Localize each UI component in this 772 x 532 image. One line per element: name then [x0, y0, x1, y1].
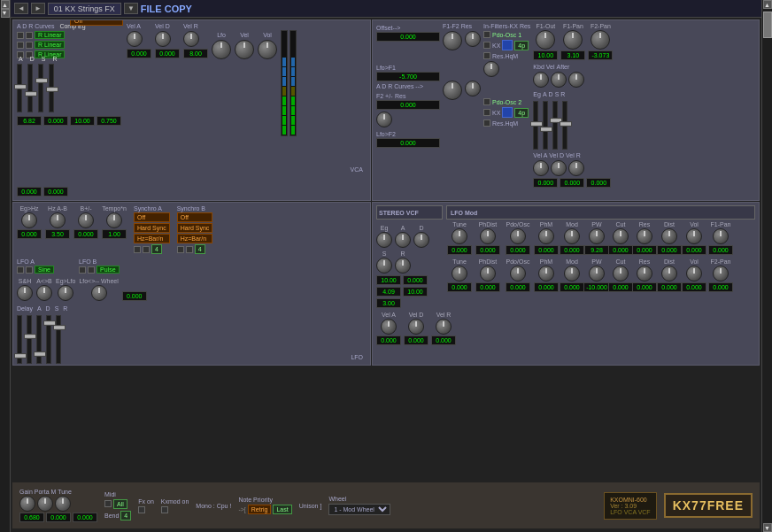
hz-bar-a[interactable]: Hz=Bar/n: [134, 234, 170, 243]
vel-r-knob[interactable]: [183, 31, 199, 47]
f2pan-knob[interactable]: [591, 30, 610, 50]
pdoosc-knob[interactable]: [510, 228, 526, 244]
acb-knob[interactable]: [36, 285, 52, 301]
f1pan2-knob[interactable]: [713, 228, 729, 244]
reshqm-check[interactable]: [483, 52, 490, 59]
sh-knob[interactable]: [17, 285, 33, 301]
kbd-knob[interactable]: [533, 72, 549, 88]
tempo-knob[interactable]: [106, 212, 122, 228]
curve1-check2[interactable]: [26, 32, 33, 39]
vcf-eg-knob[interactable]: [376, 232, 392, 248]
pw-knob[interactable]: [589, 228, 605, 244]
scroll-down-right-btn[interactable]: ▼: [763, 523, 772, 532]
kxmod-check[interactable]: [161, 506, 168, 513]
sync-b-check2[interactable]: [186, 246, 193, 253]
phdist2-knob[interactable]: [480, 266, 496, 281]
veld2-knob[interactable]: [551, 160, 567, 176]
comp-eg-val[interactable]: Off: [70, 19, 123, 26]
vol-knob[interactable]: [258, 40, 277, 59]
vol2-knob[interactable]: [686, 228, 702, 244]
kx2-val[interactable]: 4p: [514, 108, 529, 118]
after-knob[interactable]: [568, 72, 584, 88]
lfo-rate-knob[interactable]: [212, 40, 231, 59]
phm2-knob[interactable]: [538, 266, 554, 281]
vel-d-knob[interactable]: [155, 31, 171, 47]
bpm-knob[interactable]: [78, 212, 94, 228]
r2-fader[interactable]: [562, 101, 567, 150]
mod2-knob[interactable]: [564, 266, 580, 281]
sync-a-check2[interactable]: [143, 246, 150, 253]
d3-fader[interactable]: [36, 315, 42, 364]
sustain-fader[interactable]: [38, 64, 43, 112]
curve1-select[interactable]: R Linear: [35, 31, 65, 39]
curve3-select[interactable]: R Linear: [35, 50, 65, 58]
res2-knob3[interactable]: [637, 266, 652, 281]
bar-val-b[interactable]: 4: [195, 244, 205, 254]
vcf-velr-knob[interactable]: [436, 319, 452, 335]
lfob-check2[interactable]: [88, 266, 95, 274]
curve2-check[interactable]: [17, 42, 24, 49]
sync-b-off[interactable]: Off: [177, 212, 213, 222]
a3-fader[interactable]: [27, 315, 32, 364]
midi-all[interactable]: All: [113, 499, 127, 509]
cut-knob[interactable]: [613, 228, 629, 244]
hzab-knob[interactable]: [50, 212, 66, 228]
f2pm-knob[interactable]: [376, 112, 392, 127]
phm-knob[interactable]: [538, 228, 554, 244]
pw2-knob[interactable]: [589, 266, 605, 281]
fxon-check[interactable]: [138, 506, 145, 513]
lfoa-check2[interactable]: [26, 266, 33, 274]
hz-bar-b[interactable]: Hz=Bar/n: [177, 234, 213, 243]
vcf-veld-knob[interactable]: [408, 319, 424, 335]
dist-knob[interactable]: [661, 228, 677, 244]
sync-b-check1[interactable]: [177, 246, 184, 253]
r3-fader[interactable]: [56, 315, 61, 364]
curve2-select[interactable]: R Linear: [35, 41, 65, 49]
f1out-knob[interactable]: [536, 30, 555, 50]
curve1-check[interactable]: [17, 32, 24, 39]
scroll-up-btn[interactable]: ▲: [1, 0, 10, 9]
pdoosc2-knob[interactable]: [510, 266, 526, 281]
s2-fader[interactable]: [552, 101, 558, 150]
a2-fader[interactable]: [533, 101, 538, 150]
attack-fader[interactable]: [17, 64, 22, 112]
d2-fader[interactable]: [543, 101, 548, 150]
f1-knob2[interactable]: [443, 81, 462, 100]
lfob-wave[interactable]: Pulse: [96, 266, 120, 274]
hard-sync-b[interactable]: Hard Sync: [177, 223, 213, 233]
vel-knob[interactable]: [235, 40, 254, 59]
release-fader[interactable]: [49, 64, 54, 112]
phdist-knob[interactable]: [480, 228, 496, 244]
lfoa-wave[interactable]: Sine: [35, 266, 54, 274]
prev-patch-btn[interactable]: ◄: [14, 3, 28, 14]
delay-fader[interactable]: [17, 315, 22, 364]
next-patch-btn[interactable]: ►: [31, 3, 45, 14]
kx-val[interactable]: 4p: [514, 41, 529, 50]
vcf-a-knob[interactable]: [395, 232, 411, 248]
scroll-up-right-btn[interactable]: ▲: [763, 0, 772, 9]
wheel-select[interactable]: 1 - Mod Wheel: [328, 504, 390, 515]
vel-a-knob[interactable]: [127, 31, 143, 47]
res-knob2[interactable]: [637, 228, 652, 244]
vcf-s-knob[interactable]: [376, 258, 392, 274]
vela2-knob[interactable]: [533, 160, 549, 176]
dist2-knob[interactable]: [661, 266, 677, 281]
tune-knob[interactable]: [452, 228, 467, 244]
tune2-knob[interactable]: [452, 266, 467, 281]
velr2-knob[interactable]: [568, 160, 584, 176]
patch-name[interactable]: 01 KX Strings FX: [48, 3, 121, 15]
vcf-d-knob[interactable]: [413, 232, 429, 248]
res-knob[interactable]: [465, 31, 481, 47]
pdoosc1-check[interactable]: [483, 31, 490, 38]
scroll-thumb[interactable]: [763, 12, 772, 38]
bend-val[interactable]: 4: [120, 511, 131, 520]
decay-fader[interactable]: [27, 64, 33, 112]
sync-a-check1[interactable]: [134, 246, 141, 253]
retrig-btn[interactable]: Retrig: [248, 505, 272, 514]
vel2-knob[interactable]: [551, 72, 567, 88]
mtune-knob[interactable]: [55, 496, 71, 512]
vol3-knob[interactable]: [686, 266, 702, 281]
vcf-r-knob[interactable]: [395, 258, 411, 274]
hard-sync-a[interactable]: Hard Sync: [134, 223, 170, 233]
menu-arrow-btn[interactable]: ▼: [124, 3, 138, 14]
